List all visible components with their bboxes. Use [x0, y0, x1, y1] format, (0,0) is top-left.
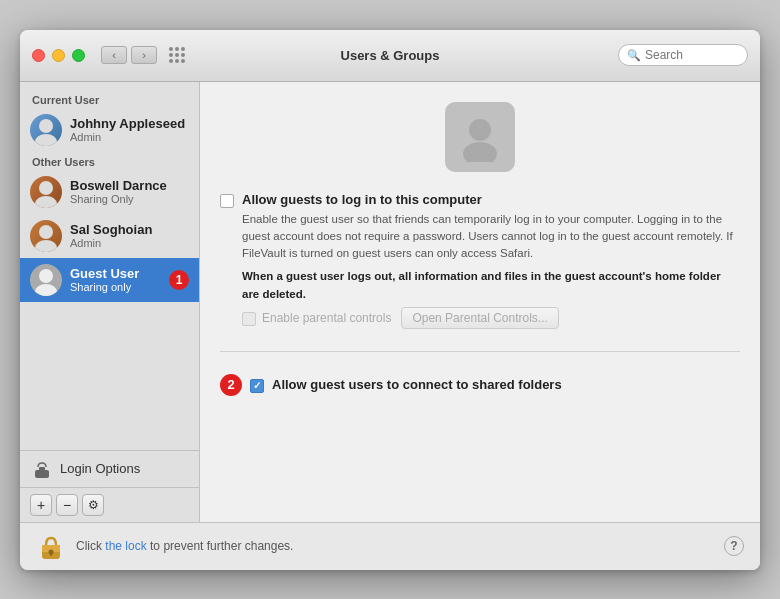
current-user-section-label: Current User [20, 90, 199, 108]
guest-user-role: Sharing only [70, 281, 139, 293]
gear-icon: ⚙ [88, 499, 99, 511]
allow-guests-section: Allow guests to log in to this computer … [220, 192, 740, 329]
sal-avatar [30, 220, 62, 252]
enable-parental-label: Enable parental controls [242, 310, 391, 326]
boswell-user-role: Sharing Only [70, 193, 167, 205]
step2-badge: 2 [220, 374, 242, 396]
search-icon: 🔍 [627, 49, 641, 62]
footer: Click the lock to prevent further change… [20, 522, 760, 570]
boswell-user-info: Boswell Darnce Sharing Only [70, 178, 167, 206]
grid-button[interactable] [163, 45, 191, 65]
nav-buttons: ‹ › [101, 46, 157, 64]
allow-guests-checkbox[interactable] [220, 194, 234, 208]
add-user-button[interactable]: + [30, 494, 52, 516]
current-user-name: Johhny Appleseed [70, 116, 185, 132]
svg-point-4 [39, 225, 53, 239]
gear-button[interactable]: ⚙ [82, 494, 104, 516]
sal-user-role: Admin [70, 237, 152, 249]
forward-button[interactable]: › [131, 46, 157, 64]
boswell-avatar [30, 176, 62, 208]
options-section: Allow guests to log in to this computer … [220, 192, 740, 396]
warning-text: When a guest user logs out, all informat… [242, 270, 721, 299]
sidebar-scroll: Current User Johhny Appleseed Admin Othe… [20, 82, 199, 450]
guest-user-item[interactable]: Guest User Sharing only 1 [20, 258, 199, 302]
sal-user-info: Sal Soghoian Admin [70, 222, 152, 250]
open-parental-controls-button[interactable]: Open Parental Controls... [401, 307, 558, 329]
svg-rect-9 [39, 467, 45, 472]
main-window: ‹ › Users & Groups 🔍 Current User [20, 30, 760, 570]
guest-user-info: Guest User Sharing only [70, 266, 139, 294]
guest-avatar [30, 264, 62, 296]
svg-point-2 [39, 181, 53, 195]
login-options-button[interactable]: Login Options [20, 451, 199, 487]
titlebar: ‹ › Users & Groups 🔍 [20, 30, 760, 82]
guest-user-name: Guest User [70, 266, 139, 282]
help-button[interactable]: ? [724, 536, 744, 556]
lock-link[interactable]: the lock [105, 539, 146, 553]
other-users-section-label: Other Users [20, 152, 199, 170]
allow-guests-content: Allow guests to log in to this computer … [242, 192, 740, 303]
right-panel: Allow guests to log in to this computer … [200, 82, 760, 522]
parental-controls-row: Enable parental controls Open Parental C… [242, 307, 740, 329]
close-button[interactable] [32, 49, 45, 62]
back-button[interactable]: ‹ [101, 46, 127, 64]
sidebar: Current User Johhny Appleseed Admin Othe… [20, 82, 200, 522]
guest-avatar-large [445, 102, 515, 172]
parental-controls-checkbox[interactable] [242, 312, 256, 326]
current-user-info: Johhny Appleseed Admin [70, 116, 185, 144]
svg-rect-15 [50, 552, 52, 556]
divider [220, 351, 740, 352]
allow-guests-label: Allow guests to log in to this computer [242, 192, 740, 207]
sal-user-name: Sal Soghoian [70, 222, 152, 238]
allow-connect-checkbox[interactable] [250, 379, 264, 393]
footer-text: Click the lock to prevent further change… [76, 539, 293, 553]
allow-guests-row: Allow guests to log in to this computer … [220, 192, 740, 303]
sidebar-bottom: Login Options + − ⚙ [20, 450, 199, 522]
grid-icon [169, 47, 185, 63]
allow-connect-label: Allow guest users to connect to shared f… [272, 377, 562, 392]
current-user-item[interactable]: Johhny Appleseed Admin [20, 108, 199, 152]
search-input[interactable] [645, 48, 739, 62]
svg-point-10 [469, 119, 491, 141]
window-title: Users & Groups [341, 48, 440, 63]
current-user-avatar [30, 114, 62, 146]
login-options-icon [32, 459, 52, 479]
svg-point-11 [463, 142, 497, 162]
current-user-role: Admin [70, 131, 185, 143]
svg-point-5 [35, 240, 57, 252]
search-box[interactable]: 🔍 [618, 44, 748, 66]
login-options-label: Login Options [60, 461, 140, 476]
svg-point-3 [35, 196, 57, 208]
lock-button[interactable] [36, 531, 66, 561]
remove-user-button[interactable]: − [56, 494, 78, 516]
sal-user-item[interactable]: Sal Soghoian Admin [20, 214, 199, 258]
boswell-user-name: Boswell Darnce [70, 178, 167, 194]
traffic-lights [32, 49, 85, 62]
svg-point-1 [35, 134, 57, 146]
guest-notification-badge: 1 [169, 270, 189, 290]
minimize-button[interactable] [52, 49, 65, 62]
boswell-user-item[interactable]: Boswell Darnce Sharing Only [20, 170, 199, 214]
allow-guests-description: Enable the guest user so that friends ca… [242, 211, 740, 263]
svg-point-7 [35, 284, 57, 296]
main-content: Current User Johhny Appleseed Admin Othe… [20, 82, 760, 522]
maximize-button[interactable] [72, 49, 85, 62]
allow-connect-row: 2 Allow guest users to connect to shared… [220, 374, 740, 396]
svg-point-0 [39, 119, 53, 133]
svg-point-6 [39, 269, 53, 283]
sidebar-toolbar: + − ⚙ [20, 487, 199, 522]
